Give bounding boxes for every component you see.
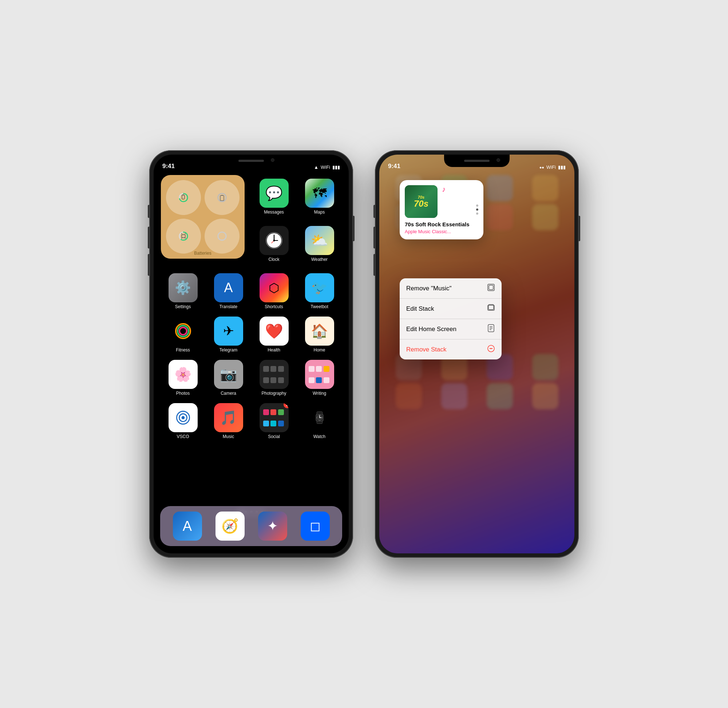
- dot-active: [476, 209, 478, 211]
- svg-rect-40: [489, 285, 493, 290]
- app-vsco[interactable]: VSCO: [160, 399, 206, 443]
- app-maps[interactable]: 🗺 Maps: [296, 175, 342, 222]
- photography-label: Photography: [262, 391, 286, 396]
- telegram-label: Telegram: [219, 347, 237, 353]
- notch: [218, 155, 284, 167]
- app-fitness[interactable]: Fitness: [160, 313, 206, 356]
- weather-label: Weather: [311, 257, 328, 262]
- app-writing[interactable]: Writing: [296, 356, 342, 399]
- status-icons-2: ●● WiFi ▮▮▮: [539, 164, 566, 170]
- app-music[interactable]: 🎵 Music: [206, 399, 251, 443]
- shortcuts-icon: ⬡: [260, 273, 289, 302]
- dock-spark[interactable]: ✦: [257, 508, 289, 544]
- dock-dropbox[interactable]: ◻: [299, 508, 331, 544]
- remove-stack-icon: [487, 345, 495, 354]
- appstore-icon: A: [173, 512, 202, 541]
- photos-label: Photos: [176, 391, 190, 396]
- app-camera[interactable]: 📷 Camera: [206, 356, 251, 399]
- signal-icon-2: ●●: [539, 165, 544, 170]
- app-photography[interactable]: Photography: [251, 356, 296, 399]
- app-settings[interactable]: ⚙️ Settings: [160, 270, 206, 313]
- volume-down-button-2[interactable]: [373, 254, 375, 276]
- wifi-icon: WiFi: [321, 164, 330, 170]
- home-screen: 9:41 ▲ WiFi ▮▮▮ ⚡: [154, 155, 349, 553]
- music-label: Music: [223, 434, 234, 439]
- battery-icon-status: ▮▮▮: [332, 164, 340, 170]
- mute-button[interactable]: [148, 205, 149, 218]
- menu-remove-music[interactable]: Remove "Music": [400, 278, 501, 299]
- home-icon: 🏠: [305, 316, 334, 345]
- photography-icon: [260, 360, 289, 389]
- edit-home-screen-label: Edit Home Screen: [406, 326, 456, 333]
- app-home[interactable]: 🏠 Home: [296, 313, 342, 356]
- app-clock[interactable]: Clock: [251, 222, 296, 270]
- app-telegram[interactable]: ✈ Telegram: [206, 313, 251, 356]
- edit-home-screen-icon: [487, 324, 495, 334]
- widget-card-header: 70s 70s ♪: [405, 185, 478, 218]
- volume-down-button[interactable]: [148, 254, 149, 276]
- widget-side-dots: [476, 205, 478, 215]
- status-time: 9:41: [162, 162, 175, 170]
- dock: A 🧭 ✦ ◻: [160, 506, 342, 546]
- dropbox-icon: ◻: [301, 512, 330, 541]
- weather-icon: ⛅: [305, 226, 334, 255]
- volume-up-button-2[interactable]: [373, 227, 375, 248]
- menu-remove-stack[interactable]: Remove Stack: [400, 339, 501, 360]
- app-social[interactable]: 1 Social: [251, 399, 296, 443]
- messages-icon: 💬: [260, 178, 289, 208]
- signal-icon: ▲: [314, 164, 318, 170]
- svg-point-27: [181, 416, 185, 419]
- watch-icon: [305, 403, 334, 432]
- camera-icon: 📷: [214, 360, 243, 389]
- dot-inactive-2: [476, 212, 478, 215]
- telegram-icon: ✈: [214, 316, 243, 345]
- app-photos[interactable]: 🌸 Photos: [160, 356, 206, 399]
- menu-edit-stack[interactable]: Edit Stack: [400, 299, 501, 319]
- mute-button-2[interactable]: [373, 205, 375, 218]
- volume-up-button[interactable]: [148, 227, 149, 248]
- phone-2: 9:41 ●● WiFi ▮▮▮ 70s 70s: [375, 150, 579, 558]
- edit-stack-icon: [487, 304, 495, 313]
- context-menu-screen: 9:41 ●● WiFi ▮▮▮ 70s 70s: [379, 155, 574, 553]
- tweetbot-icon: 🐦: [305, 273, 334, 302]
- svg-point-21: [273, 240, 275, 242]
- app-messages[interactable]: 💬 Messages: [251, 175, 296, 222]
- power-button[interactable]: [353, 216, 355, 241]
- context-menu: Remove "Music" Edit Stack: [400, 278, 501, 360]
- app-weather[interactable]: ⛅ Weather: [296, 222, 342, 270]
- app-health[interactable]: ❤️ Health: [251, 313, 296, 356]
- dot-inactive: [476, 205, 478, 207]
- writing-label: Writing: [313, 391, 326, 396]
- app-watch[interactable]: Watch: [296, 399, 342, 443]
- photos-icon: 🌸: [169, 360, 198, 389]
- app-translate[interactable]: A Translate: [206, 270, 251, 313]
- dock-appstore[interactable]: A: [171, 508, 203, 544]
- messages-label: Messages: [264, 210, 284, 215]
- app-tweetbot[interactable]: 🐦 Tweetbot: [296, 270, 342, 313]
- fitness-icon: [169, 316, 198, 345]
- watch-label: Watch: [313, 434, 326, 439]
- social-label: Social: [268, 434, 280, 439]
- wifi-icon-2: WiFi: [546, 164, 556, 170]
- safari-icon: 🧭: [215, 512, 245, 541]
- menu-edit-home-screen[interactable]: Edit Home Screen: [400, 319, 501, 339]
- translate-icon: A: [214, 273, 243, 302]
- status-time-2: 9:41: [388, 162, 400, 170]
- clock-label: Clock: [268, 257, 279, 262]
- shortcuts-label: Shortcuts: [264, 304, 283, 309]
- clock-icon: [260, 226, 289, 255]
- remove-music-icon: [487, 283, 495, 293]
- power-button-2[interactable]: [579, 216, 580, 241]
- app-shortcuts[interactable]: ⬡ Shortcuts: [251, 270, 296, 313]
- dock-safari[interactable]: 🧭: [214, 508, 246, 544]
- tweetbot-label: Tweetbot: [311, 304, 328, 309]
- music-widget-card[interactable]: 70s 70s ♪ 70s Soft Rock Essentials Apple…: [400, 180, 483, 239]
- status-bar-2: 9:41 ●● WiFi ▮▮▮: [379, 155, 574, 172]
- widget-card-info: ♪: [442, 185, 446, 195]
- camera: [271, 158, 275, 162]
- music-note-icon: ♪: [442, 185, 446, 194]
- music-cover-art: 70s 70s: [405, 185, 437, 218]
- maps-icon: 🗺: [305, 178, 334, 208]
- settings-label: Settings: [175, 304, 191, 309]
- svg-point-24: [179, 328, 187, 335]
